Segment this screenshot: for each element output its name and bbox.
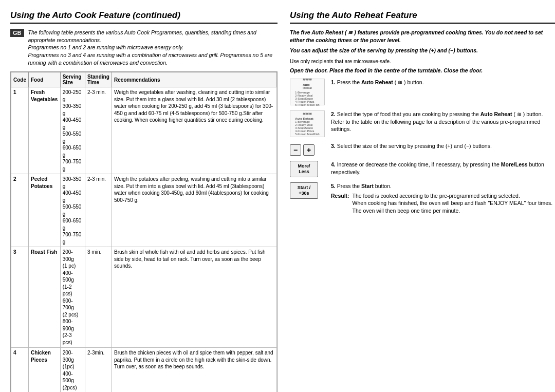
step-2-number: 2.: [331, 111, 336, 117]
table-row: 1 FreshVegetables 200-250 g 300-350 g 40…: [11, 87, 277, 174]
row3-standing: 3 min.: [85, 247, 112, 348]
row2-standing: 2-3 min.: [85, 174, 112, 247]
left-column: Using the Auto Cook Feature (continued) …: [10, 10, 278, 392]
step-5-image: Start / +30s: [290, 182, 326, 199]
auto-reheat-button-img-2: ≋≋≋ Auto Reheat 1-Beverage 2-Ready Meal …: [290, 110, 325, 137]
step-2-row: ≋≋≋ Auto Reheat 1-Beverage 2-Ready Meal …: [290, 110, 555, 137]
gb-box: GB The following table presents the vari…: [10, 29, 278, 66]
steps-section: ≋≋≋ Auto Reheat 1-Beverage 2-Ready Meal …: [290, 79, 555, 215]
row1-serving: 200-250 g 300-350 g 400-450 g 500-550 g …: [60, 87, 85, 174]
row2-code: 2: [11, 174, 29, 247]
row1-food: FreshVegetables: [29, 87, 61, 174]
row4-rec: Brush the chicken pieces with oil and sp…: [112, 348, 277, 392]
step-4-image: More/ Less: [290, 161, 326, 177]
step-3-text: 3. Select the size of the serving by pre…: [331, 142, 555, 150]
plusminus-buttons: − +: [290, 144, 326, 156]
gb-badge: GB: [10, 29, 24, 37]
step-4-text: 4. Increase or decrease the cooking time…: [331, 161, 555, 176]
auto-cook-table: Code Food ServingSize StandingTime Recom…: [11, 72, 277, 392]
step-1-row: ≋≋≋ Auto Reheat 1-Beverage 2-Ready Meal …: [290, 79, 555, 105]
row4-code: 4: [11, 348, 29, 392]
more-less-button[interactable]: More/ Less: [290, 161, 318, 177]
row2-serving: 300-350 g 400-450 g 500-550 g 600-650 g …: [60, 174, 85, 247]
step-1-image: ≋≋≋ Auto Reheat 1-Beverage 2-Ready Meal …: [290, 79, 326, 105]
row3-rec: Brush skin of whole fish with oil and ad…: [112, 247, 277, 348]
step-5-row: Start / +30s 5. Press the Start button. …: [290, 182, 555, 215]
step-3-row: − + 3. Select the size of the serving by…: [290, 142, 555, 156]
result-row: Result: The food is cooked according to …: [331, 192, 555, 215]
step-2-text: 2. Select the type of food that you are …: [331, 110, 555, 133]
use-only-text: Use only recipients that are microwave-s…: [290, 59, 555, 64]
row1-rec: Weigh the vegetables after washing, clea…: [112, 87, 277, 174]
row4-serving: 200-300g (1pc) 400-500g (2pcs) 600-700g …: [60, 348, 85, 392]
step-4-row: More/ Less 4. Increase or decrease the c…: [290, 161, 555, 177]
result-text: The food is cooked according to the pre-…: [353, 192, 555, 215]
step-3-number: 3.: [331, 143, 336, 149]
row1-standing: 2-3 min.: [85, 87, 112, 174]
table-row: 3 Roast Fish 200-300g (1 pc) 400-500g (1…: [11, 247, 277, 348]
row2-food: PeeledPotatoes: [29, 174, 61, 247]
col-food: Food: [29, 72, 61, 87]
step-5-number: 5.: [331, 183, 336, 189]
auto-cook-table-container: Code Food ServingSize StandingTime Recom…: [10, 71, 278, 392]
col-rec: Recommendations: [112, 72, 277, 87]
step-2-image: ≋≋≋ Auto Reheat 1-Beverage 2-Ready Meal …: [290, 110, 326, 137]
row3-code: 3: [11, 247, 29, 348]
table-row: 2 PeeledPotatoes 300-350 g 400-450 g 500…: [11, 174, 277, 247]
display-lines-1: Auto Reheat: [302, 83, 312, 90]
row3-serving: 200-300g (1 pc) 400-500g (1-2 pcs) 600-7…: [60, 247, 85, 348]
gb-text: The following table presents the various…: [28, 29, 278, 66]
table-row: 4 ChickenPieces 200-300g (1pc) 400-500g …: [11, 348, 277, 392]
plus-button[interactable]: +: [303, 144, 314, 156]
page-container: Using the Auto Cook Feature (continued) …: [10, 10, 545, 392]
step-3-image: − +: [290, 142, 326, 156]
col-serving: ServingSize: [60, 72, 85, 87]
open-door-text: Open the door. Place the food in the cen…: [290, 67, 555, 73]
step-1-text: 1. Press the Auto Reheat ( ≋ ) button.: [331, 79, 555, 86]
row2-rec: Weigh the potatoes after peeling, washin…: [112, 174, 277, 247]
row1-code: 1: [11, 87, 29, 174]
left-title: Using the Auto Cook Feature (continued): [10, 10, 278, 24]
row4-standing: 2-3min.: [85, 348, 112, 392]
step-4-number: 4.: [331, 161, 336, 167]
row3-food: Roast Fish: [29, 247, 61, 348]
result-label: Result:: [331, 192, 349, 215]
step-5-text: 5. Press the Start button. Result: The f…: [331, 182, 555, 215]
step-1-number: 1.: [331, 79, 336, 85]
right-title: Using the Auto Reheat Feature: [290, 10, 555, 24]
minus-button[interactable]: −: [290, 144, 301, 156]
col-code: Code: [11, 72, 29, 87]
col-standing: StandingTime: [85, 72, 112, 87]
right-column: Using the Auto Reheat Feature The five A…: [290, 10, 555, 392]
right-intro: The five Auto Reheat ( ≋ ) features prov…: [290, 29, 555, 54]
auto-reheat-button-img-1: ≋≋≋ Auto Reheat 1-Beverage 2-Ready Meal …: [290, 79, 325, 105]
row4-food: ChickenPieces: [29, 348, 61, 392]
start-button[interactable]: Start / +30s: [290, 182, 318, 199]
